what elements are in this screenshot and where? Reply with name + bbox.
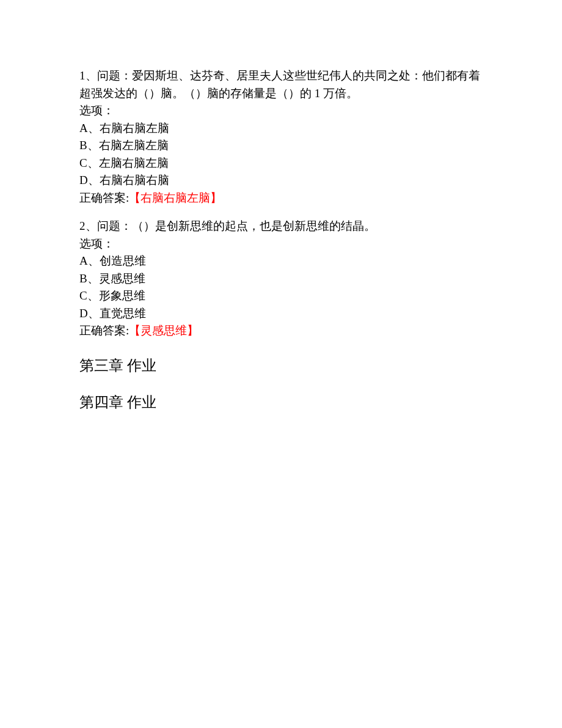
answer-value: 【灵感思维】	[129, 324, 199, 337]
option-d: D、直觉思维	[79, 305, 489, 323]
question-block-1: 1、问题：爱因斯坦、达芬奇、居里夫人这些世纪伟人的共同之处：他们都有着超强发达的…	[79, 67, 489, 207]
option-c: C、左脑右脑左脑	[79, 155, 489, 172]
section-heading-4: 第四章 作业	[79, 391, 489, 413]
question-prompt: 2、问题：（）是创新思维的起点，也是创新思维的结晶。	[79, 218, 489, 235]
document-page: 1、问题：爱因斯坦、达芬奇、居里夫人这些世纪伟人的共同之处：他们都有着超强发达的…	[0, 0, 562, 413]
answer-line: 正确答案:【灵感思维】	[79, 322, 489, 340]
answer-label: 正确答案:	[79, 191, 129, 204]
answer-value: 【右脑右脑左脑】	[129, 191, 222, 204]
question-block-2: 2、问题：（）是创新思维的起点，也是创新思维的结晶。 选项： A、创造思维 B、…	[79, 218, 489, 340]
option-b: B、灵感思维	[79, 270, 489, 288]
options-label: 选项：	[79, 235, 489, 253]
option-a: A、右脑右脑左脑	[79, 120, 489, 138]
options-label: 选项：	[79, 102, 489, 120]
option-d: D、右脑右脑右脑	[79, 172, 489, 189]
answer-label: 正确答案:	[79, 324, 129, 337]
question-prompt: 1、问题：爱因斯坦、达芬奇、居里夫人这些世纪伟人的共同之处：他们都有着超强发达的…	[79, 67, 489, 102]
answer-line: 正确答案:【右脑右脑左脑】	[79, 189, 489, 207]
option-b: B、右脑左脑左脑	[79, 137, 489, 155]
section-heading-3: 第三章 作业	[79, 355, 489, 377]
option-c: C、形象思维	[79, 287, 489, 305]
option-a: A、创造思维	[79, 252, 489, 270]
